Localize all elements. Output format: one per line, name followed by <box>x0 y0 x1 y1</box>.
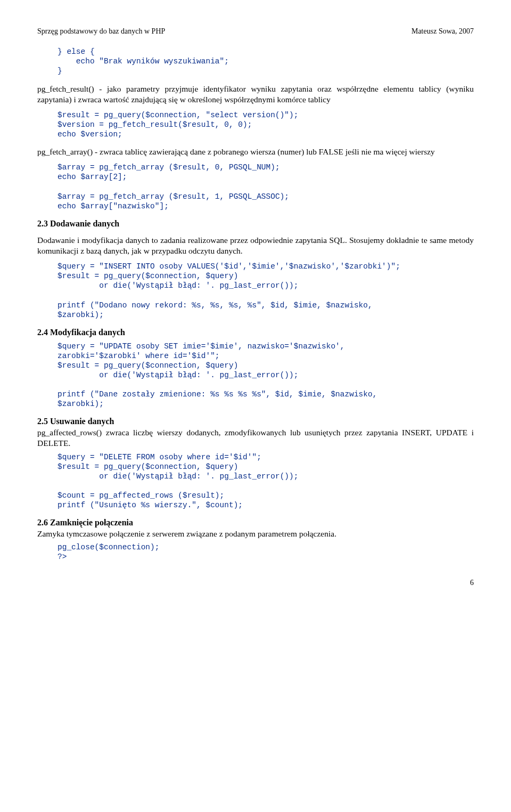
code-block-3: $array = pg_fetch_array ($result, 0, PGS… <box>57 163 474 211</box>
paragraph-2-6: Zamyka tymczasowe połączenie z serwerem … <box>37 529 336 538</box>
header-left: Sprzęg podstawowy do baz danych w PHP <box>37 27 165 36</box>
code-block-4: $query = "INSERT INTO osoby VALUES('$id'… <box>57 262 474 320</box>
paragraph-fetch-result: pg_fetch_result() - jako parametry przyj… <box>37 84 474 105</box>
code-block-6: $query = "DELETE FROM osoby where id='$i… <box>57 452 474 510</box>
paragraph-2-3: Dodawanie i modyfikacja danych to zadani… <box>37 235 474 256</box>
heading-2-3: 2.3 Dodawanie danych <box>37 218 474 230</box>
code-block-2: $result = pg_query($connection, "select … <box>57 110 474 139</box>
header-right: Mateusz Sowa, 2007 <box>411 27 474 36</box>
paragraph-2-5: pg_affected_rows() zwraca liczbę wierszy… <box>37 428 474 448</box>
heading-2-6: 2.6 Zamknięcie połączenia <box>37 518 133 527</box>
section-2-5: 2.5 Usuwanie danych pg_affected_rows() z… <box>37 416 474 449</box>
page-number: 6 <box>37 578 474 588</box>
paragraph-fetch-array: pg_fetch_array() - zwraca tablicę zawier… <box>37 147 474 157</box>
code-block-1: } else { echo "Brak wyników wyszukiwania… <box>57 47 474 76</box>
heading-2-5: 2.5 Usuwanie danych <box>37 417 114 426</box>
section-2-6: 2.6 Zamknięcie połączenia Zamyka tymczas… <box>37 517 474 539</box>
heading-2-4: 2.4 Modyfikacja danych <box>37 327 474 338</box>
code-block-5: $query = "UPDATE osoby SET imie='$imie',… <box>57 342 474 409</box>
code-block-7: pg_close($connection); ?> <box>57 542 474 562</box>
page-header: Sprzęg podstawowy do baz danych w PHP Ma… <box>37 27 474 36</box>
